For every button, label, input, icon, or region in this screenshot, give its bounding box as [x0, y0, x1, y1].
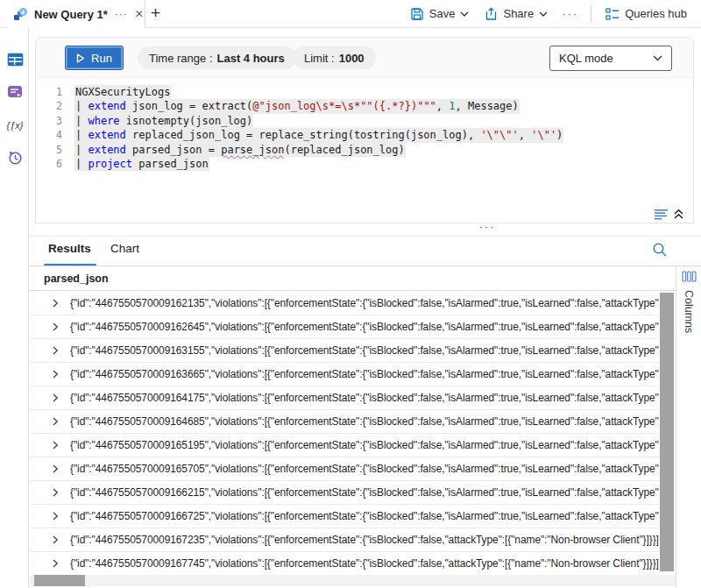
- columns-icon: [682, 271, 697, 282]
- row-expander-chevron-icon[interactable]: [50, 511, 60, 521]
- code-line[interactable]: 6| project parsed_json: [36, 157, 693, 171]
- share-chevron-down-icon: [539, 11, 548, 17]
- search-icon[interactable]: [652, 242, 668, 258]
- line-number: 1: [36, 85, 62, 99]
- code-line[interactable]: 1NGXSecurityLogs: [36, 85, 693, 99]
- row-json-value: {"id":"4467550570009167235","violations"…: [70, 534, 659, 546]
- sidebar-connections-table-icon[interactable]: [6, 51, 24, 68]
- horizontal-scrollbar[interactable]: [30, 575, 676, 586]
- tab-title: New Query 1*: [34, 8, 108, 21]
- row-expander-chevron-icon[interactable]: [50, 369, 60, 379]
- line-number: 6: [36, 157, 62, 171]
- table-row[interactable]: {"id":"4467550570009165195","violations"…: [30, 434, 659, 457]
- results-tab-strip: Results Chart: [30, 237, 701, 266]
- row-expander-chevron-icon[interactable]: [50, 558, 60, 569]
- code-text: | project parsed_json: [74, 157, 209, 171]
- row-expander-chevron-icon[interactable]: [50, 487, 60, 498]
- limit-value: 1000: [339, 52, 365, 65]
- run-play-icon: [76, 53, 85, 63]
- sidebar-functions-icon[interactable]: {ƒx}: [6, 117, 24, 134]
- queries-hub-icon: [605, 8, 620, 20]
- limit-label: Limit :: [304, 52, 335, 65]
- save-icon: [410, 7, 424, 21]
- row-expander-chevron-icon[interactable]: [50, 416, 60, 427]
- results-grid-header[interactable]: parsed_json: [30, 266, 676, 291]
- row-json-value: {"id":"4467550570009164685","violations"…: [70, 415, 659, 428]
- format-lines-icon[interactable]: [654, 209, 669, 220]
- code-line[interactable]: 2| extend json_log = extract(@"json_log\…: [36, 99, 693, 113]
- row-json-value: {"id":"4467550570009163155","violations"…: [70, 344, 659, 357]
- limit-pill[interactable]: Limit : 1000: [293, 46, 376, 69]
- columns-panel-label: Columns: [683, 290, 695, 333]
- row-expander-chevron-icon[interactable]: [50, 535, 60, 545]
- table-row[interactable]: {"id":"4467550570009166215","violations"…: [30, 481, 659, 505]
- column-header-parsed-json[interactable]: parsed_json: [44, 273, 109, 285]
- row-expander-chevron-icon[interactable]: [50, 345, 60, 356]
- row-json-value: {"id":"4467550570009165195","violations"…: [70, 439, 659, 451]
- new-tab-button[interactable]: +: [151, 4, 160, 23]
- horizontal-scrollbar-thumb[interactable]: [34, 575, 85, 586]
- code-text: NGXSecurityLogs: [74, 85, 171, 99]
- row-expander-chevron-icon[interactable]: [50, 393, 60, 403]
- line-number: 5: [36, 143, 62, 157]
- row-expander-chevron-icon[interactable]: [50, 322, 60, 332]
- code-line[interactable]: 4| extend replaced_json_log = replace_st…: [36, 128, 693, 142]
- code-text: | extend replaced_json_log = replace_str…: [74, 128, 563, 142]
- table-row[interactable]: {"id":"4467550570009164175","violations"…: [30, 386, 659, 410]
- sidebar-query-icon[interactable]: [6, 83, 24, 101]
- query-mode-dropdown[interactable]: KQL mode: [549, 46, 672, 71]
- collapse-double-chevron-up-icon[interactable]: [673, 209, 684, 220]
- save-chevron-down-icon: [460, 11, 469, 17]
- table-row[interactable]: {"id":"4467550570009163155","violations"…: [30, 339, 659, 363]
- run-label: Run: [91, 52, 112, 65]
- more-actions-button[interactable]: ···: [558, 7, 582, 20]
- table-row[interactable]: {"id":"4467550570009166725","violations"…: [30, 505, 659, 528]
- queries-hub-label: Queries hub: [625, 7, 687, 20]
- share-label: Share: [503, 7, 534, 20]
- code-line[interactable]: 3| where isnotempty(json_log): [36, 114, 693, 128]
- time-range-pill[interactable]: Time range : Last 4 hours: [138, 46, 296, 69]
- row-json-value: {"id":"4467550570009166725","violations"…: [70, 510, 659, 522]
- share-button[interactable]: Share: [479, 7, 553, 21]
- topbar-separator: [591, 6, 591, 22]
- row-json-value: {"id":"4467550570009165705","violations"…: [70, 463, 659, 475]
- row-expander-chevron-icon[interactable]: [50, 464, 60, 474]
- save-button[interactable]: Save: [405, 7, 475, 21]
- queries-hub-button[interactable]: Queries hub: [600, 7, 692, 20]
- row-json-value: {"id":"4467550570009167745","violations"…: [70, 557, 659, 570]
- query-editor-card: Run Time range : Last 4 hours Limit : 10…: [35, 37, 694, 223]
- table-row[interactable]: {"id":"4467550570009167745","violations"…: [30, 552, 659, 575]
- adx-app-icon: [13, 7, 28, 22]
- query-mode-chevron-down-icon: [653, 55, 662, 61]
- tab-chart[interactable]: Chart: [110, 242, 139, 255]
- code-editor[interactable]: 1NGXSecurityLogs2| extend json_log = ext…: [36, 78, 693, 223]
- vertical-scrollbar[interactable]: [659, 292, 675, 574]
- table-row[interactable]: {"id":"4467550570009164685","violations"…: [30, 410, 659, 434]
- pane-splitter-handle[interactable]: ···: [470, 220, 505, 233]
- tab-results[interactable]: Results: [48, 242, 91, 255]
- table-row[interactable]: {"id":"4467550570009162645","violations"…: [30, 315, 659, 339]
- save-label: Save: [429, 7, 456, 20]
- time-range-value: Last 4 hours: [217, 52, 285, 65]
- query-toolbar: Run Time range : Last 4 hours Limit : 10…: [36, 38, 693, 78]
- vertical-scrollbar-thumb[interactable]: [660, 293, 674, 571]
- code-text: | extend json_log = extract(@"json_log\s…: [74, 99, 520, 113]
- run-button[interactable]: Run: [65, 46, 124, 70]
- tab-new-query-1[interactable]: New Query 1* ··· ✕: [7, 0, 145, 28]
- table-row[interactable]: {"id":"4467550570009162135","violations"…: [30, 292, 659, 315]
- table-row[interactable]: {"id":"4467550570009163665","violations"…: [30, 363, 659, 386]
- query-mode-value: KQL mode: [559, 52, 613, 65]
- code-line[interactable]: 5| extend parsed_json = parse_json(repla…: [36, 143, 693, 157]
- tab-close-icon[interactable]: ✕: [135, 8, 144, 20]
- row-expander-chevron-icon[interactable]: [50, 440, 60, 450]
- sidebar-history-icon[interactable]: [6, 149, 24, 166]
- tab-bar: New Query 1* ··· ✕ + Save Shar: [0, 0, 701, 28]
- row-expander-chevron-icon[interactable]: [50, 298, 60, 308]
- tab-overflow-icon[interactable]: ···: [115, 8, 128, 20]
- line-number: 3: [36, 114, 62, 128]
- columns-side-panel[interactable]: Columns: [676, 266, 701, 588]
- table-row[interactable]: {"id":"4467550570009167235","violations"…: [30, 528, 659, 552]
- share-icon: [485, 7, 498, 21]
- row-json-value: {"id":"4467550570009162135","violations"…: [70, 297, 659, 309]
- table-row[interactable]: {"id":"4467550570009165705","violations"…: [30, 457, 659, 481]
